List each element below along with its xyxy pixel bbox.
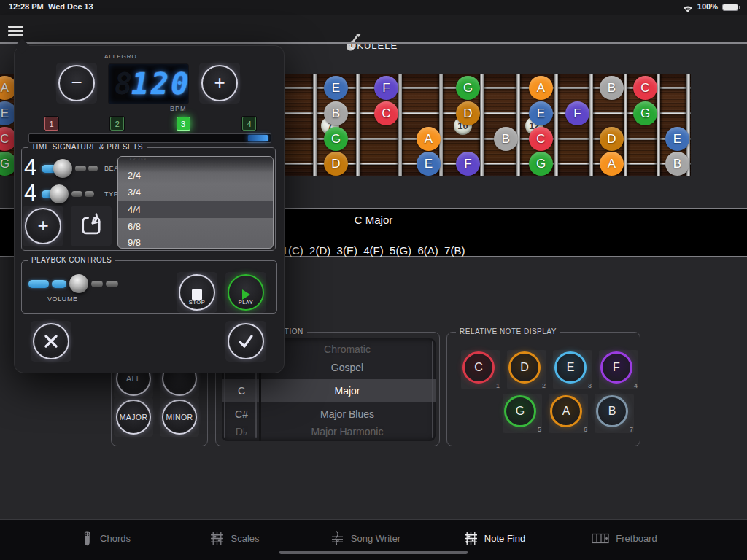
preset-option-4-4[interactable]: 4/4 (118, 201, 273, 218)
scale-option-major-blues[interactable]: Major Blues (320, 405, 374, 424)
scale-option-major-harmonic[interactable]: Major Harmonic (311, 422, 384, 441)
relative-note-B[interactable]: B (596, 395, 628, 427)
key-option-C#[interactable]: C# (235, 405, 248, 424)
relative-note-number: 2 (542, 382, 546, 389)
relative-note-tile-C: C1 (461, 350, 500, 389)
volume-slider-knob[interactable] (69, 274, 88, 293)
relative-note-E[interactable]: E (554, 351, 587, 384)
plus-icon: + (214, 73, 225, 92)
relative-note-number: 3 (588, 382, 592, 389)
relative-note-number: 1 (496, 382, 500, 389)
relative-note-tile-G: G5 (503, 394, 542, 433)
fret-wire (554, 74, 558, 176)
note-circle-G: G (324, 127, 348, 151)
tab-label: Note Find (484, 533, 525, 544)
key-option-D♭[interactable]: D♭ (236, 422, 248, 441)
fret-wire (516, 74, 520, 176)
volume-label: VOLUME (47, 295, 78, 303)
scale-option-chromatic[interactable]: Chromatic (324, 340, 371, 359)
tab-scales[interactable]: Scales (173, 520, 297, 556)
stop-button[interactable]: STOP (179, 274, 215, 311)
note-circle-F: F (374, 76, 398, 100)
type-slider-knob[interactable] (50, 184, 69, 203)
relative-note-F[interactable]: F (600, 351, 632, 384)
scale-option-major[interactable]: Major (334, 381, 360, 400)
add-preset-button[interactable]: + (25, 208, 61, 244)
type-slider[interactable] (42, 184, 115, 204)
plus-icon: + (37, 216, 48, 235)
relative-note-D[interactable]: D (508, 351, 541, 384)
minus-icon: − (71, 73, 82, 92)
battery-icon (722, 4, 738, 11)
note-circle-A: A (600, 152, 624, 176)
scales-icon (210, 532, 224, 545)
preset-option-6-8[interactable]: 6/8 (118, 218, 273, 235)
fret-wire (313, 74, 317, 176)
preset-option-9-8[interactable]: 9/8 (118, 234, 273, 249)
tab-label: Fretboard (616, 533, 657, 544)
filter-button-major[interactable]: MAJOR (116, 400, 151, 435)
tempo-marking-label: ALLEGRO (104, 53, 137, 60)
time-signature-picker[interactable]: 12/82/43/44/46/89/8 (117, 156, 274, 249)
note-circle-B: B (324, 101, 348, 125)
stop-label: STOP (180, 299, 214, 306)
battery-percent: 100% (697, 2, 718, 11)
relative-note-G[interactable]: G (504, 395, 536, 427)
relative-note-A[interactable]: A (550, 395, 582, 427)
close-icon (42, 332, 61, 351)
note-circle-D: D (600, 127, 624, 151)
play-button[interactable]: PLAY (228, 274, 264, 311)
relative-note-C[interactable]: C (462, 351, 495, 384)
playback-legend: PLAYBCK CONTROLS (28, 256, 115, 264)
hamburger-menu-icon[interactable] (8, 23, 26, 39)
bpm-minus-button[interactable]: − (58, 65, 95, 101)
note-circle-G: G (529, 152, 553, 176)
metronome-popover: − ALLEGRO 8 120 BPM + 1234 TIME SIGNATUR… (14, 45, 285, 373)
close-button[interactable] (33, 323, 69, 359)
filter-button-minor[interactable]: MINOR (162, 400, 197, 435)
bpm-unit-label: BPM (170, 105, 187, 112)
note-circle-C: C (633, 76, 657, 100)
status-bar: 12:28 PM Wed Dec 13 100% (0, 0, 747, 15)
titlebar-separator (0, 42, 747, 44)
type-value: 4 (24, 180, 36, 206)
save-preset-button[interactable] (71, 206, 112, 246)
note-circle-C: C (529, 127, 553, 151)
preset-option-3-4[interactable]: 3/4 (118, 184, 273, 201)
save-preset-icon (77, 210, 106, 242)
status-time: 12:28 PM (9, 2, 44, 11)
beats-slider-knob[interactable] (53, 159, 72, 178)
song-writer-icon (329, 531, 344, 546)
home-indicator[interactable] (279, 551, 468, 554)
confirm-button[interactable] (228, 323, 264, 359)
fret-wire (624, 74, 627, 176)
preset-option-12-8[interactable]: 12/8 (118, 156, 273, 166)
picker-selection-band (222, 379, 436, 402)
preset-option-2-4[interactable]: 2/4 (118, 167, 273, 184)
relative-note-tile-D: D2 (507, 350, 546, 389)
metronome-progress-bar (28, 133, 271, 143)
picker-edge (432, 341, 433, 438)
tab-label: Scales (231, 533, 259, 544)
bpm-plus-button[interactable]: + (201, 65, 238, 101)
note-circle-D: D (456, 101, 480, 125)
beat-indicator-2: 2 (110, 117, 124, 131)
battery-nub (739, 6, 740, 9)
note-circle-G: G (633, 101, 657, 125)
note-circle-A: A (417, 127, 441, 151)
beats-slider[interactable] (42, 158, 115, 179)
note-circle-F: F (565, 101, 589, 125)
note-circle-G: G (456, 76, 480, 100)
chords-icon (81, 531, 93, 546)
beats-value: 4 (24, 155, 36, 181)
scale-option-gospel[interactable]: Gospel (331, 358, 363, 377)
volume-slider[interactable] (28, 273, 123, 294)
fret-wire (398, 74, 402, 176)
play-label: PLAY (229, 299, 263, 306)
key-option-C[interactable]: C (238, 381, 245, 400)
time-signature-legend: TIME SIGNATURE & PRESETS (28, 143, 147, 151)
tab-chords[interactable]: Chords (44, 520, 168, 556)
relative-note-number: 5 (538, 426, 541, 433)
scale-name: C Major (355, 214, 393, 226)
tab-fretboard[interactable]: Fretboard (562, 520, 686, 556)
